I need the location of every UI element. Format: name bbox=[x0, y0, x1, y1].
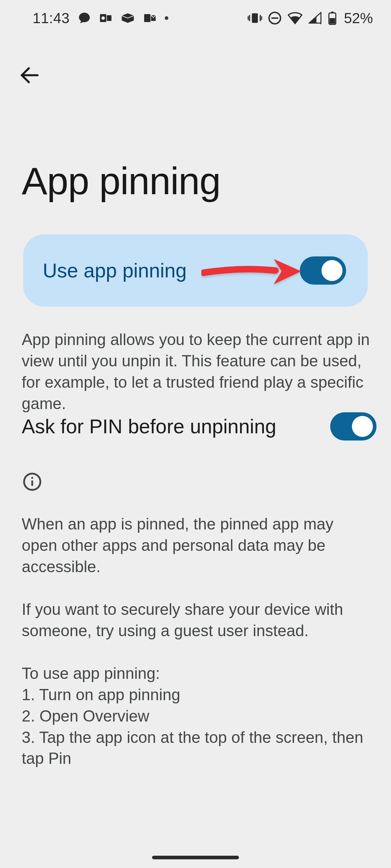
page-title: App pinning bbox=[22, 159, 220, 203]
svg-rect-5 bbox=[252, 13, 258, 23]
svg-text:!: ! bbox=[320, 19, 322, 24]
app-pinning-description: App pinning allows you to keep the curre… bbox=[22, 329, 373, 414]
vibrate-icon bbox=[248, 12, 262, 24]
battery-percent: 52% bbox=[344, 10, 373, 26]
app-pinning-instructions: When an app is pinned, the pinned app ma… bbox=[22, 514, 369, 769]
svg-point-2 bbox=[101, 16, 105, 20]
svg-rect-3 bbox=[144, 14, 150, 22]
svg-point-19 bbox=[31, 477, 33, 479]
info-circle-icon bbox=[22, 472, 42, 493]
battery-icon bbox=[328, 11, 337, 25]
ask-for-pin-toggle[interactable] bbox=[330, 412, 377, 441]
svg-rect-15 bbox=[329, 18, 335, 24]
status-bar-left: 11:43 bbox=[33, 10, 168, 26]
status-bar: 11:43 ! 52% bbox=[0, 0, 391, 36]
outlook-mail-icon bbox=[143, 11, 157, 25]
ask-for-pin-label: Ask for PIN before unpinning bbox=[22, 415, 276, 438]
wifi-icon bbox=[287, 12, 303, 24]
svg-rect-1 bbox=[107, 15, 112, 21]
svg-rect-14 bbox=[331, 12, 333, 13]
arrow-left-icon bbox=[19, 65, 40, 87]
dnd-icon bbox=[268, 11, 282, 25]
chat-bubble-icon bbox=[78, 12, 91, 25]
navigation-handle[interactable] bbox=[152, 856, 239, 859]
more-dot-icon bbox=[165, 16, 168, 20]
back-button[interactable] bbox=[15, 61, 44, 90]
use-app-pinning-toggle[interactable] bbox=[300, 256, 346, 285]
status-bar-right: ! 52% bbox=[248, 10, 373, 26]
outlook-icon bbox=[99, 11, 113, 25]
ask-for-pin-row[interactable]: Ask for PIN before unpinning bbox=[22, 412, 377, 441]
signal-icon: ! bbox=[308, 12, 322, 24]
use-app-pinning-label: Use app pinning bbox=[43, 259, 187, 282]
use-app-pinning-card[interactable]: Use app pinning bbox=[23, 234, 368, 307]
box-icon bbox=[121, 12, 135, 25]
status-time: 11:43 bbox=[33, 10, 70, 26]
